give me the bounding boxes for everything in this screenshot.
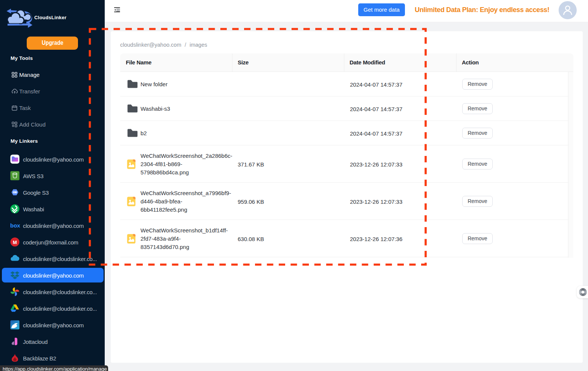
svg-text:M: M: [13, 240, 17, 245]
svg-text:box: box: [10, 223, 20, 229]
